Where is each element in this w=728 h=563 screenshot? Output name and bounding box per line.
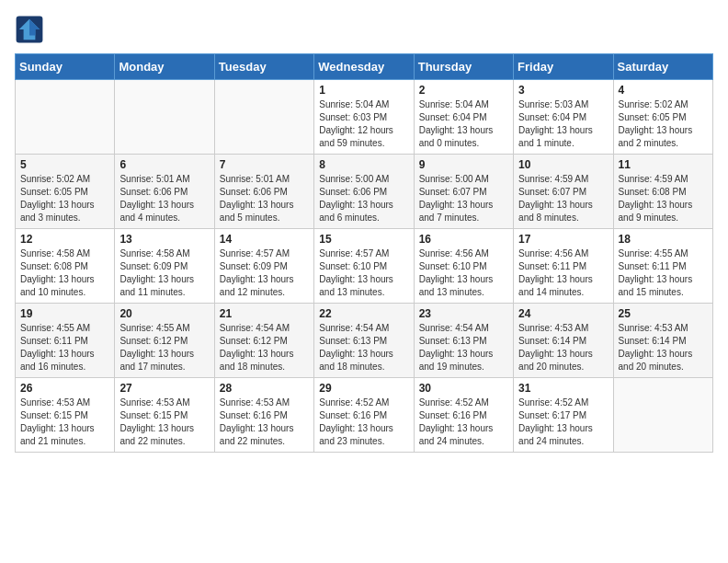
day-info: Sunrise: 4:57 AM Sunset: 6:09 PM Dayligh…	[220, 247, 309, 299]
calendar-cell: 6Sunrise: 5:01 AM Sunset: 6:06 PM Daylig…	[115, 155, 214, 229]
calendar-table: SundayMondayTuesdayWednesdayThursdayFrid…	[15, 53, 713, 453]
day-info: Sunrise: 4:56 AM Sunset: 6:10 PM Dayligh…	[419, 247, 508, 299]
day-info: Sunrise: 5:04 AM Sunset: 6:03 PM Dayligh…	[319, 98, 408, 150]
calendar-cell	[214, 80, 313, 155]
calendar-cell	[613, 378, 712, 453]
day-info: Sunrise: 4:58 AM Sunset: 6:08 PM Dayligh…	[20, 247, 109, 299]
day-info: Sunrise: 4:54 AM Sunset: 6:13 PM Dayligh…	[319, 322, 408, 373]
day-number: 22	[319, 307, 408, 320]
calendar-cell: 30Sunrise: 4:52 AM Sunset: 6:16 PM Dayli…	[414, 378, 513, 453]
calendar-cell: 19Sunrise: 4:55 AM Sunset: 6:11 PM Dayli…	[16, 304, 115, 378]
day-number: 29	[319, 382, 408, 395]
day-number: 13	[119, 233, 209, 246]
weekday-header-wednesday: Wednesday	[314, 54, 414, 80]
day-number: 6	[119, 158, 209, 171]
day-info: Sunrise: 4:53 AM Sunset: 6:14 PM Dayligh…	[518, 322, 608, 373]
day-number: 26	[20, 382, 109, 395]
day-number: 30	[419, 382, 508, 395]
weekday-header-saturday: Saturday	[613, 54, 712, 80]
calendar-cell: 17Sunrise: 4:56 AM Sunset: 6:11 PM Dayli…	[514, 229, 613, 304]
calendar-cell: 28Sunrise: 4:53 AM Sunset: 6:16 PM Dayli…	[214, 378, 313, 453]
day-number: 27	[119, 382, 209, 395]
calendar-cell	[16, 80, 115, 155]
day-number: 20	[119, 307, 209, 320]
day-number: 18	[619, 233, 708, 246]
day-info: Sunrise: 4:54 AM Sunset: 6:13 PM Dayligh…	[419, 322, 508, 373]
day-info: Sunrise: 5:01 AM Sunset: 6:06 PM Dayligh…	[220, 173, 309, 224]
day-number: 25	[619, 307, 708, 320]
weekday-header-thursday: Thursday	[414, 54, 513, 80]
day-info: Sunrise: 4:55 AM Sunset: 6:12 PM Dayligh…	[119, 322, 209, 373]
day-number: 23	[419, 307, 508, 320]
day-number: 16	[419, 233, 508, 246]
calendar-cell: 4Sunrise: 5:02 AM Sunset: 6:05 PM Daylig…	[613, 80, 712, 155]
day-info: Sunrise: 4:56 AM Sunset: 6:11 PM Dayligh…	[518, 247, 608, 299]
day-info: Sunrise: 4:53 AM Sunset: 6:14 PM Dayligh…	[619, 322, 708, 373]
day-number: 5	[20, 158, 109, 171]
day-number: 3	[518, 84, 608, 97]
calendar-cell: 31Sunrise: 4:52 AM Sunset: 6:17 PM Dayli…	[514, 378, 613, 453]
day-number: 17	[518, 233, 608, 246]
calendar-cell: 15Sunrise: 4:57 AM Sunset: 6:10 PM Dayli…	[314, 229, 414, 304]
day-info: Sunrise: 5:02 AM Sunset: 6:05 PM Dayligh…	[20, 173, 109, 224]
calendar-cell: 16Sunrise: 4:56 AM Sunset: 6:10 PM Dayli…	[414, 229, 513, 304]
calendar-cell: 11Sunrise: 4:59 AM Sunset: 6:08 PM Dayli…	[613, 155, 712, 229]
day-info: Sunrise: 4:53 AM Sunset: 6:15 PM Dayligh…	[20, 396, 109, 448]
calendar-week-5: 26Sunrise: 4:53 AM Sunset: 6:15 PM Dayli…	[16, 378, 713, 453]
calendar-cell	[115, 80, 214, 155]
day-info: Sunrise: 4:58 AM Sunset: 6:09 PM Dayligh…	[119, 247, 209, 299]
day-number: 31	[518, 382, 608, 395]
calendar-cell: 13Sunrise: 4:58 AM Sunset: 6:09 PM Dayli…	[115, 229, 214, 304]
day-info: Sunrise: 4:52 AM Sunset: 6:16 PM Dayligh…	[319, 396, 408, 448]
calendar-cell: 23Sunrise: 4:54 AM Sunset: 6:13 PM Dayli…	[414, 304, 513, 378]
calendar-cell: 18Sunrise: 4:55 AM Sunset: 6:11 PM Dayli…	[613, 229, 712, 304]
calendar-week-3: 12Sunrise: 4:58 AM Sunset: 6:08 PM Dayli…	[16, 229, 713, 304]
day-info: Sunrise: 4:55 AM Sunset: 6:11 PM Dayligh…	[619, 247, 708, 299]
day-info: Sunrise: 4:53 AM Sunset: 6:15 PM Dayligh…	[119, 396, 209, 448]
day-number: 14	[220, 233, 309, 246]
day-info: Sunrise: 4:53 AM Sunset: 6:16 PM Dayligh…	[220, 396, 309, 448]
calendar-cell: 12Sunrise: 4:58 AM Sunset: 6:08 PM Dayli…	[16, 229, 115, 304]
calendar-cell: 20Sunrise: 4:55 AM Sunset: 6:12 PM Dayli…	[115, 304, 214, 378]
day-info: Sunrise: 4:59 AM Sunset: 6:08 PM Dayligh…	[619, 173, 708, 224]
logo-icon	[15, 15, 44, 44]
day-number: 12	[20, 233, 109, 246]
day-number: 15	[319, 233, 408, 246]
day-number: 8	[319, 158, 408, 171]
day-info: Sunrise: 5:04 AM Sunset: 6:04 PM Dayligh…	[419, 98, 508, 150]
day-info: Sunrise: 4:55 AM Sunset: 6:11 PM Dayligh…	[20, 322, 109, 373]
weekday-header-friday: Friday	[514, 54, 613, 80]
calendar-cell: 5Sunrise: 5:02 AM Sunset: 6:05 PM Daylig…	[16, 155, 115, 229]
day-number: 1	[319, 84, 408, 97]
day-info: Sunrise: 5:00 AM Sunset: 6:06 PM Dayligh…	[319, 173, 408, 224]
day-number: 7	[220, 158, 309, 171]
calendar-cell: 9Sunrise: 5:00 AM Sunset: 6:07 PM Daylig…	[414, 155, 513, 229]
day-info: Sunrise: 4:59 AM Sunset: 6:07 PM Dayligh…	[518, 173, 608, 224]
calendar-cell: 10Sunrise: 4:59 AM Sunset: 6:07 PM Dayli…	[514, 155, 613, 229]
day-info: Sunrise: 5:01 AM Sunset: 6:06 PM Dayligh…	[119, 173, 209, 224]
day-number: 28	[220, 382, 309, 395]
calendar-week-4: 19Sunrise: 4:55 AM Sunset: 6:11 PM Dayli…	[16, 304, 713, 378]
calendar-cell: 1Sunrise: 5:04 AM Sunset: 6:03 PM Daylig…	[314, 80, 414, 155]
calendar-cell: 25Sunrise: 4:53 AM Sunset: 6:14 PM Dayli…	[613, 304, 712, 378]
calendar-cell: 21Sunrise: 4:54 AM Sunset: 6:12 PM Dayli…	[214, 304, 313, 378]
calendar-cell: 3Sunrise: 5:03 AM Sunset: 6:04 PM Daylig…	[514, 80, 613, 155]
calendar-week-2: 5Sunrise: 5:02 AM Sunset: 6:05 PM Daylig…	[16, 155, 713, 229]
day-number: 10	[518, 158, 608, 171]
calendar-cell: 14Sunrise: 4:57 AM Sunset: 6:09 PM Dayli…	[214, 229, 313, 304]
calendar-cell: 7Sunrise: 5:01 AM Sunset: 6:06 PM Daylig…	[214, 155, 313, 229]
calendar-week-1: 1Sunrise: 5:04 AM Sunset: 6:03 PM Daylig…	[16, 80, 713, 155]
calendar-cell: 24Sunrise: 4:53 AM Sunset: 6:14 PM Dayli…	[514, 304, 613, 378]
calendar-cell: 26Sunrise: 4:53 AM Sunset: 6:15 PM Dayli…	[16, 378, 115, 453]
days-of-week-row: SundayMondayTuesdayWednesdayThursdayFrid…	[16, 54, 713, 80]
calendar-cell: 22Sunrise: 4:54 AM Sunset: 6:13 PM Dayli…	[314, 304, 414, 378]
day-info: Sunrise: 4:52 AM Sunset: 6:17 PM Dayligh…	[518, 396, 608, 448]
calendar-cell: 2Sunrise: 5:04 AM Sunset: 6:04 PM Daylig…	[414, 80, 513, 155]
day-number: 19	[20, 307, 109, 320]
day-number: 4	[619, 84, 708, 97]
page-header	[15, 15, 713, 44]
day-number: 9	[419, 158, 508, 171]
weekday-header-monday: Monday	[115, 54, 214, 80]
day-number: 21	[220, 307, 309, 320]
day-info: Sunrise: 5:00 AM Sunset: 6:07 PM Dayligh…	[419, 173, 508, 224]
